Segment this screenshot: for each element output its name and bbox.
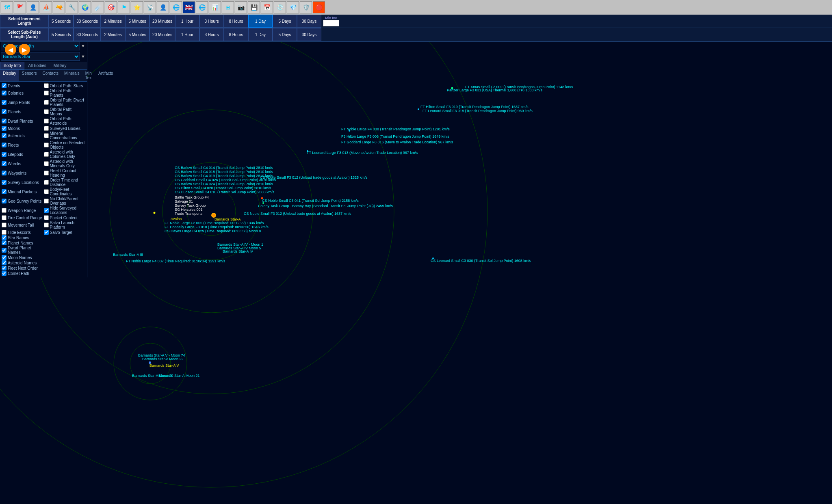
icon-flag[interactable]: 🚩 [14,1,26,13]
tab-military[interactable]: Military [50,62,70,69]
cb-salvo-launch[interactable]: Salvo Launch Platform [44,221,86,229]
cb-asteroid-names[interactable]: Asteroid Names [2,260,43,265]
cb-asteroids[interactable]: Asteroids [2,131,43,140]
icon-save[interactable]: 💾 [248,1,260,13]
sub-1day[interactable]: 1 Day [248,28,273,41]
cb-fleets[interactable]: Fleets [2,141,43,149]
sub-5day[interactable]: 5 Days [273,28,297,41]
icon-gem[interactable]: 💎 [287,1,299,13]
icon-star[interactable]: ⭐ [131,1,143,13]
sub-30sec[interactable]: 30 Seconds [74,28,101,41]
cb-mineral-packets[interactable]: Mineral Packets [2,187,43,196]
sub-20min[interactable]: 20 Minutes [150,28,175,41]
cb-orbital-asteroids[interactable]: Orbital Path: Asteroids [44,117,86,125]
sub-5sec[interactable]: 5 Seconds [49,28,74,41]
cb-fleet-heading[interactable]: Fleet / Contact Heading [44,169,86,177]
cb-no-overlap[interactable]: No Child/Parent Overlaps [44,197,86,205]
icon-asteroid[interactable]: ☄️ [92,1,104,13]
icon-satellite[interactable]: 📡 [144,1,156,13]
inc-5day[interactable]: 5 Days [273,15,297,28]
sub-2min[interactable]: 2 Minutes [101,28,125,41]
cb-survey-locations[interactable]: Survey Locations [2,178,43,187]
inc-8hr[interactable]: 8 Hours [224,15,248,28]
icon-tools[interactable]: 🔧 [66,1,78,13]
cb-weapon-range[interactable]: Weapon Range [2,206,43,215]
icon-orb[interactable]: 🔴 [313,1,325,13]
subtab-min-text[interactable]: Min Text [82,70,95,81]
inc-5min[interactable]: 5 Minutes [125,15,150,28]
cb-lifepods[interactable]: Lifepods [2,150,43,159]
icon-planet[interactable]: 🌍 [79,1,91,13]
cb-dwarf-planets[interactable]: Dwarf Planets [2,117,43,125]
icon-ship[interactable]: ⛵ [40,1,52,13]
min-inc-input[interactable] [323,20,339,26]
icon-target[interactable]: 🎯 [105,1,117,13]
icon-bullet[interactable]: 🔫 [53,1,65,13]
icon-uk[interactable]: 🇬🇧 [183,1,195,13]
inc-5sec[interactable]: 5 Seconds [49,15,74,28]
subtab-artifacts[interactable]: Artifacts [95,70,116,81]
icon-grid[interactable]: ⊞ [222,1,234,13]
subtab-display[interactable]: Display [0,70,19,81]
tab-all-bodies[interactable]: All Bodies [24,62,50,69]
icon-camera[interactable]: 📷 [235,1,247,13]
inc-2min[interactable]: 2 Minutes [101,15,125,28]
cb-surveyed-bodies[interactable]: Surveyed Bodies [44,126,86,131]
cb-colonies[interactable]: Colonies [2,89,43,97]
inc-1day[interactable]: 1 Day [248,15,273,28]
subtab-minerals[interactable]: Minerals [61,70,82,81]
cb-salvo-target[interactable]: Salvo Target [44,230,86,235]
icon-chart[interactable]: 📊 [209,1,221,13]
sub-8hr[interactable]: 8 Hours [224,28,248,41]
cb-jump-points[interactable]: Jump Points [2,98,43,107]
cb-hide-escorts[interactable]: Hide Escorts [2,230,43,235]
cb-star-names[interactable]: Star Names [2,235,43,240]
cb-orbital-dwarf[interactable]: Orbital Path: Dwarf Planets [44,98,86,107]
sub-3hr[interactable]: 3 Hours [199,28,224,41]
subtab-sensors[interactable]: Sensors [19,70,40,81]
cb-movement-tail[interactable]: Movement Tail [2,221,43,229]
icon-disk[interactable]: 💿 [274,1,286,13]
nav-forward[interactable]: ▶ [19,44,30,55]
cb-centre-selected[interactable]: Centre on Selected Objects [44,141,86,149]
inc-3hr[interactable]: 3 Hours [199,15,224,28]
cb-events[interactable]: Events [2,83,43,88]
cb-body-coords[interactable]: Body/Fleet Coordinates [44,187,86,196]
cb-orbital-planets[interactable]: Orbital Path: Planets [44,89,86,97]
sub-1hr[interactable]: 1 Hour [175,28,199,41]
cb-packet-content[interactable]: Packet Content [44,215,86,220]
icon-flag2[interactable]: ⚑ [118,1,130,13]
icon-shield[interactable]: 🛡️ [300,1,312,13]
icon-earth[interactable]: 🌐 [170,1,182,13]
cb-order-time[interactable]: Order Time and Distance [44,178,86,187]
cb-planets[interactable]: Planets [2,107,43,116]
cb-orbital-stars[interactable]: Orbital Path: Stars [44,83,86,88]
cb-geo-survey[interactable]: Geo Survey Points [2,197,43,205]
icon-user[interactable]: 👤 [157,1,169,13]
cb-orbital-moons[interactable]: Orbital Path: Moons [44,107,86,116]
tab-body-info[interactable]: Body Info [0,62,24,69]
inc-30sec[interactable]: 30 Seconds [74,15,101,28]
cb-mineral-conc[interactable]: Mineral Concentrations [44,131,86,140]
cb-comet-path[interactable]: Comet Path [2,271,43,276]
nav-back[interactable]: ◀ [5,44,16,55]
inc-30day[interactable]: 30 Days [297,15,321,28]
sub-30day[interactable]: 30 Days [297,28,321,41]
icon-person[interactable]: 👤 [27,1,39,13]
cb-planet-names[interactable]: Planet Names [2,240,43,245]
cb-asteroid-colonies[interactable]: Asteroid with Colonies Only [44,150,86,159]
inc-20min[interactable]: 20 Minutes [150,15,175,28]
cb-fire-control[interactable]: Fire Control Range [2,215,43,220]
map-area[interactable]: Panzer Large F3 031 [USA] Thermal 1,600 … [0,41,832,504]
subtab-contacts[interactable]: Contacts [39,70,61,81]
cb-dwarf-names[interactable]: Dwarf Planet Names [2,246,43,255]
cb-asteroid-minerals[interactable]: Asteroid with Minerals Only [44,159,86,168]
cb-fleet-order[interactable]: Fleet Next Order [2,266,43,270]
cb-wrecks[interactable]: Wrecks [2,159,43,168]
sub-5min[interactable]: 5 Minutes [125,28,150,41]
inc-1hr[interactable]: 1 Hour [175,15,199,28]
icon-map[interactable]: 🗺 [1,1,13,13]
cb-moons[interactable]: Moons [2,126,43,131]
cb-hide-surveyed[interactable]: Hide Surveyed Locations [44,206,86,215]
cb-waypoints[interactable]: Waypoints [2,169,43,177]
